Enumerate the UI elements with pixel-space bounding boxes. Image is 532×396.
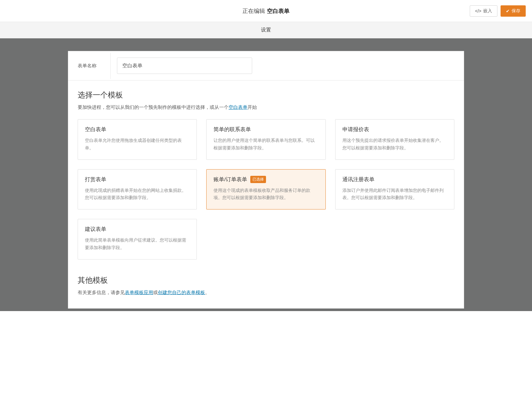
- template-card-title: 空白表单: [85, 126, 190, 133]
- other-section: 其他模板 有关更多信息，请参见表单模板应用或创建您自己的表单模板。: [78, 275, 454, 296]
- create-own-template-link[interactable]: 创建您自己的表单模板: [158, 290, 205, 295]
- form-name-input-wrap: [111, 51, 258, 80]
- save-button[interactable]: ✔ 保存: [501, 5, 526, 17]
- other-desc-post: 。: [205, 290, 210, 295]
- templates-grid: 空白表单空白表单允许您使用拖放生成器创建任何类型的表单。简单的联系表单让您的用户…: [78, 119, 454, 259]
- template-card-title: 申请报价表: [342, 126, 447, 133]
- template-card-title: 打赏表单: [85, 176, 190, 183]
- embed-label: 嵌入: [483, 8, 492, 14]
- templates-desc: 要加快进程，您可以从我们的一个预先制作的模板中进行选择，或从一个空白表单开始: [78, 104, 454, 110]
- top-actions: </> 嵌入 ✔ 保存: [470, 5, 526, 17]
- template-card-title: 通讯注册表单: [342, 176, 447, 183]
- embed-button[interactable]: </> 嵌入: [470, 5, 497, 17]
- template-card-title-text: 通讯注册表单: [342, 176, 374, 183]
- template-card[interactable]: 申请报价表用这个预先提出的请求报价表单开始收集潜在客户。您可以根据需要添加和删除…: [335, 119, 454, 160]
- template-card[interactable]: 空白表单空白表单允许您使用拖放生成器创建任何类型的表单。: [78, 119, 197, 160]
- template-card-title-text: 空白表单: [85, 126, 106, 133]
- other-desc-mid: 或: [153, 290, 158, 295]
- templates-heading: 选择一个模板: [78, 90, 454, 100]
- template-card-title-text: 建议表单: [85, 226, 106, 233]
- form-name-row: 表单名称: [68, 51, 464, 81]
- sub-bar: 设置: [0, 22, 532, 38]
- template-card[interactable]: 打赏表单使用此现成的捐赠表单开始在您的网站上收集捐款。您可以根据需要添加和删除字…: [78, 169, 197, 210]
- blank-form-link[interactable]: 空白表单: [229, 104, 247, 110]
- editing-prefix: 正在编辑: [242, 8, 267, 14]
- template-card-desc: 用这个预先提出的请求报价表单开始收集潜在客户。您可以根据需要添加和删除字段。: [342, 137, 447, 152]
- template-card-title-text: 打赏表单: [85, 176, 106, 183]
- settings-panel: 表单名称 选择一个模板 要加快进程，您可以从我们的一个预先制作的模板中进行选择，…: [68, 51, 464, 309]
- template-card-title: 建议表单: [85, 226, 190, 233]
- other-desc: 有关更多信息，请参见表单模板应用或创建您自己的表单模板。: [78, 290, 454, 296]
- panel-content: 选择一个模板 要加快进程，您可以从我们的一个预先制作的模板中进行选择，或从一个空…: [68, 81, 464, 308]
- gray-band: 表单名称 选择一个模板 要加快进程，您可以从我们的一个预先制作的模板中进行选择，…: [0, 38, 532, 311]
- form-name-input[interactable]: [117, 58, 252, 74]
- check-icon: ✔: [506, 8, 510, 14]
- page-title: 正在编辑 空白表单: [242, 7, 289, 15]
- top-bar: 正在编辑 空白表单 </> 嵌入 ✔ 保存: [0, 0, 532, 22]
- template-card-desc: 添加订户并使用此邮件订阅表单增加您的电子邮件列表。您可以根据需要添加和删除字段。: [342, 187, 447, 202]
- template-card-desc: 使用此简单表单模板向用户征求建议。您可以根据需要添加和删除字段。: [85, 237, 190, 252]
- template-card-title-text: 申请报价表: [342, 126, 369, 133]
- other-heading: 其他模板: [78, 275, 454, 285]
- template-card-desc: 空白表单允许您使用拖放生成器创建任何类型的表单。: [85, 137, 190, 152]
- template-apps-link[interactable]: 表单模板应用: [125, 290, 153, 295]
- save-label: 保存: [512, 8, 520, 14]
- template-card[interactable]: 简单的联系表单让您的用户使用这个简单的联系表单与您联系。可以根据需要添加和删除字…: [206, 119, 325, 160]
- form-title-strong: 空白表单: [267, 8, 290, 14]
- template-card-title-text: 账单/订单表单: [213, 176, 247, 183]
- template-card-title: 简单的联系表单: [213, 126, 318, 133]
- template-card-desc: 让您的用户使用这个简单的联系表单与您联系。可以根据需要添加和删除字段。: [213, 137, 318, 152]
- template-card-title: 账单/订单表单已选择: [213, 176, 318, 183]
- selected-badge: 已选择: [250, 176, 266, 183]
- template-card[interactable]: 建议表单使用此简单表单模板向用户征求建议。您可以根据需要添加和删除字段。: [78, 219, 197, 259]
- code-icon: </>: [475, 8, 481, 14]
- template-card[interactable]: 账单/订单表单已选择使用这个现成的表单模板收取产品和服务订单的款项。您可以根据需…: [206, 169, 325, 210]
- templates-desc-post: 开始: [247, 104, 257, 110]
- template-card-desc: 使用这个现成的表单模板收取产品和服务订单的款项。您可以根据需要添加和删除字段。: [213, 187, 318, 202]
- form-name-label: 表单名称: [68, 53, 111, 79]
- templates-desc-pre: 要加快进程，您可以从我们的一个预先制作的模板中进行选择，或从一个: [78, 104, 229, 110]
- template-card[interactable]: 通讯注册表单添加订户并使用此邮件订阅表单增加您的电子邮件列表。您可以根据需要添加…: [335, 169, 454, 210]
- settings-tab[interactable]: 设置: [261, 27, 271, 33]
- template-card-title-text: 简单的联系表单: [213, 126, 251, 133]
- template-card-desc: 使用此现成的捐赠表单开始在您的网站上收集捐款。您可以根据需要添加和删除字段。: [85, 187, 190, 202]
- other-desc-pre: 有关更多信息，请参见: [78, 290, 125, 295]
